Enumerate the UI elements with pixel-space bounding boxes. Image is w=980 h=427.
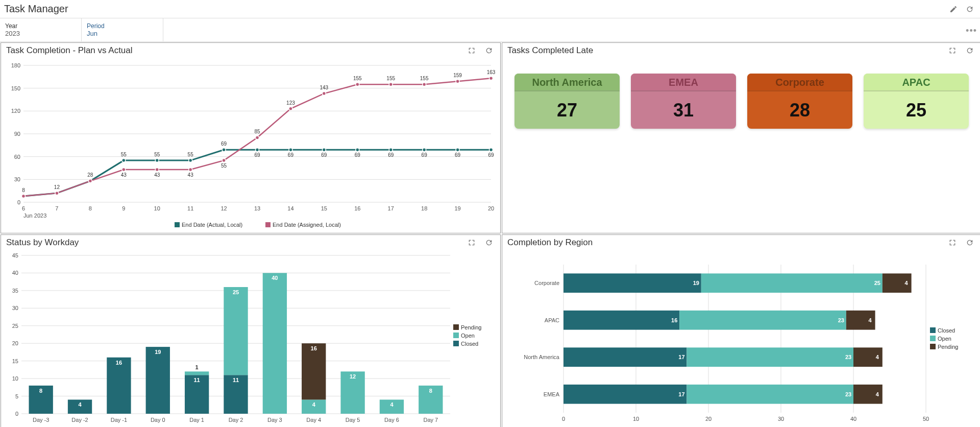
filterbar: Year 2023 Period Jun ••• [0, 18, 980, 42]
filter-year-label: Year [5, 22, 76, 30]
svg-text:Pending: Pending [461, 324, 481, 330]
svg-text:17: 17 [388, 205, 394, 211]
svg-text:8: 8 [89, 205, 92, 211]
panel-title: Status by Workday [6, 238, 79, 248]
svg-rect-190 [564, 385, 687, 404]
expand-icon[interactable] [465, 44, 478, 57]
svg-text:8: 8 [22, 187, 25, 193]
svg-text:25: 25 [233, 289, 239, 295]
svg-rect-178 [679, 311, 846, 330]
svg-point-53 [289, 107, 292, 110]
svg-text:55: 55 [221, 163, 227, 169]
svg-point-59 [489, 77, 493, 80]
svg-text:15: 15 [321, 205, 327, 211]
svg-point-54 [322, 92, 326, 96]
kpi-value: 27 [514, 91, 620, 129]
svg-rect-176 [564, 311, 679, 330]
svg-rect-196 [930, 327, 936, 333]
filter-period[interactable]: Period Jun [82, 18, 163, 41]
svg-point-46 [55, 192, 59, 195]
svg-text:69: 69 [488, 152, 494, 158]
svg-text:Day 1: Day 1 [189, 417, 204, 423]
filter-period-value: Jun [87, 30, 158, 37]
refresh-icon[interactable] [964, 44, 976, 57]
svg-text:8: 8 [39, 388, 42, 394]
bar-chart-region[interactable]: 01020304050Corporate19254APAC16234North … [507, 252, 976, 425]
svg-text:30: 30 [14, 176, 20, 182]
svg-text:17: 17 [678, 354, 684, 360]
svg-point-51 [222, 159, 226, 162]
svg-text:69: 69 [388, 152, 394, 158]
panel-plan-vs-actual: Task Completion - Plan vs Actual 0306090… [1, 42, 501, 233]
bar-chart-status[interactable]: 0510152025303540458Day -34Day -216Day -1… [6, 252, 495, 425]
svg-text:69: 69 [321, 152, 327, 158]
refresh-icon[interactable] [964, 236, 976, 249]
kpi-card[interactable]: EMEA31 [631, 74, 736, 129]
svg-point-38 [289, 148, 292, 152]
svg-text:16: 16 [671, 317, 677, 323]
svg-text:69: 69 [422, 152, 428, 158]
svg-rect-125 [185, 371, 209, 375]
edit-icon[interactable] [947, 3, 960, 15]
svg-text:55: 55 [154, 152, 160, 157]
svg-point-50 [189, 168, 192, 171]
svg-text:15: 15 [12, 358, 18, 364]
expand-icon[interactable] [946, 44, 959, 57]
svg-text:155: 155 [420, 76, 429, 81]
svg-point-43 [456, 148, 459, 152]
panel-completion-region: Completion by Region 01020304050Corporat… [502, 234, 980, 427]
svg-text:4: 4 [876, 391, 879, 397]
svg-text:45: 45 [12, 252, 18, 258]
svg-text:123: 123 [286, 100, 295, 106]
svg-text:69: 69 [221, 141, 227, 147]
svg-text:Corporate: Corporate [534, 280, 559, 286]
svg-text:40: 40 [850, 416, 856, 422]
kpi-value: 31 [631, 91, 736, 129]
expand-icon[interactable] [465, 236, 478, 249]
svg-text:APAC: APAC [545, 317, 559, 323]
svg-text:Day -3: Day -3 [33, 417, 49, 423]
svg-text:End Date (Actual, Local): End Date (Actual, Local) [182, 222, 242, 228]
svg-text:North America: North America [524, 354, 560, 360]
svg-text:Closed: Closed [461, 341, 478, 347]
filter-year[interactable]: Year 2023 [0, 18, 82, 41]
svg-text:Day -1: Day -1 [111, 417, 127, 423]
svg-text:120: 120 [11, 108, 20, 114]
svg-text:Open: Open [461, 333, 475, 339]
svg-text:20: 20 [12, 340, 18, 346]
panel-status-workday: Status by Workday 0510152025303540458Day… [1, 234, 501, 427]
page-title: Task Manager [4, 3, 68, 15]
kpi-card[interactable]: APAC25 [864, 74, 969, 129]
svg-text:16: 16 [354, 205, 360, 211]
svg-text:55: 55 [121, 152, 127, 157]
kpi-card[interactable]: North America27 [514, 74, 620, 129]
svg-text:4: 4 [78, 401, 82, 408]
svg-text:11: 11 [194, 377, 200, 383]
expand-icon[interactable] [946, 236, 959, 249]
svg-text:Day 7: Day 7 [423, 417, 438, 423]
svg-text:11: 11 [233, 377, 239, 383]
kpi-card[interactable]: Corporate28 [747, 74, 852, 129]
refresh-icon[interactable] [483, 44, 495, 57]
svg-text:28: 28 [87, 172, 93, 178]
svg-text:10: 10 [633, 416, 639, 422]
more-options-icon[interactable]: ••• [966, 26, 977, 36]
svg-text:23: 23 [838, 317, 844, 323]
svg-text:0: 0 [17, 199, 20, 205]
svg-text:43: 43 [154, 172, 160, 178]
svg-point-48 [122, 168, 126, 171]
svg-text:0: 0 [15, 411, 18, 417]
svg-text:180: 180 [11, 62, 20, 68]
svg-text:69: 69 [288, 152, 294, 158]
svg-text:0: 0 [562, 416, 565, 422]
svg-rect-117 [107, 358, 131, 414]
refresh-icon[interactable] [964, 3, 976, 15]
refresh-icon[interactable] [483, 236, 495, 249]
line-chart[interactable]: 0306090120150180678910111213141516171819… [6, 60, 495, 231]
svg-text:69: 69 [254, 152, 260, 158]
svg-rect-185 [687, 347, 853, 367]
svg-rect-89 [265, 222, 271, 227]
svg-text:Day 5: Day 5 [346, 417, 360, 423]
svg-rect-183 [564, 347, 687, 367]
svg-text:Closed: Closed [938, 327, 955, 334]
